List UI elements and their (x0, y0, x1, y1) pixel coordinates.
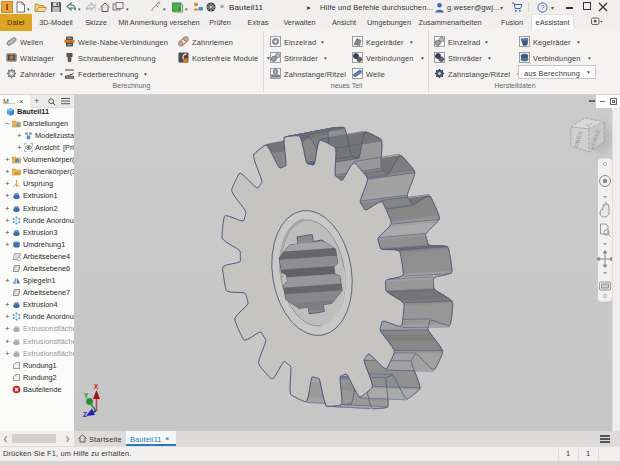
svg-text:?: ? (541, 4, 545, 11)
svg-text:Z: Z (83, 411, 88, 418)
svg-text:X: X (94, 383, 99, 390)
svg-text:Y: Y (84, 392, 89, 399)
